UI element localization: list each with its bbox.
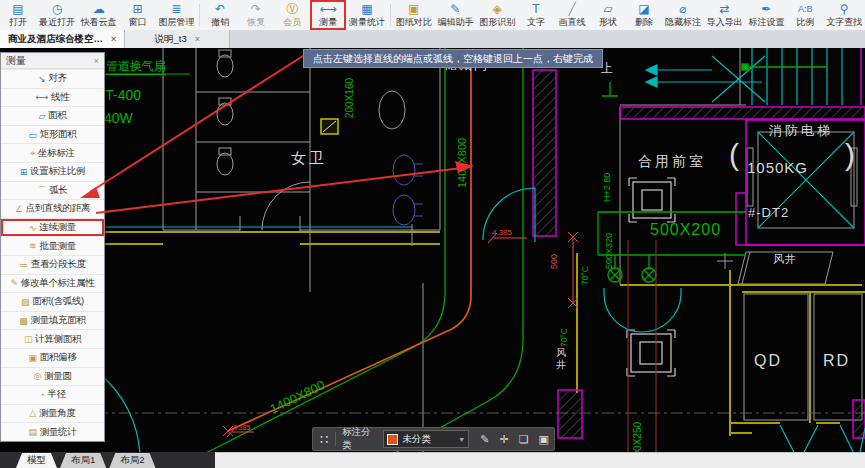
canvas-label: #-DT2 [748,206,789,219]
scale-setting-icon: ⊞ [20,167,27,177]
panel-item-label: 点到直线的距离 [26,202,90,215]
edit-annotation-prop-icon: ✎ [11,278,18,288]
toolbar-button-vip[interactable]: Ⓥ会员 [274,0,310,30]
toolbar-button-label: 画直线 [559,17,586,27]
toolbar-button-redo[interactable]: ↷恢复 [238,0,274,30]
canvas-label: 1050KG [747,160,808,175]
panel-item-arc-length[interactable]: ⌒弧长 [1,181,104,200]
panel-item-coordinate[interactable]: ⌖坐标标注 [1,143,104,162]
open-icon: ▤ [12,3,23,16]
panel-item-fill-area[interactable]: ▩测量填充面积 [1,311,104,330]
panel-item-edit-annotation-prop[interactable]: ✎修改单个标注属性 [1,274,104,293]
hide-annotation-icon: ⌀ [679,3,686,16]
panel-item-rect-area[interactable]: ▭矩形面积 [1,125,104,144]
grid-icon[interactable]: ∷ [313,432,335,447]
toolbar-button-label: 比例 [796,17,814,27]
edit-classification-icon[interactable]: ✎ [475,433,494,446]
toolbar-button-label: 形状 [599,17,617,27]
toolbar-button-erase[interactable]: ◪删除 [626,0,662,30]
panel-item-measure-angle[interactable]: △测量角度 [1,404,104,423]
toolbar-button-label: 删除 [635,17,653,27]
classification-color-swatch [387,434,398,445]
layout-tabbar: 模型布局1布局2 [0,452,215,468]
layers-icon: ≣ [171,3,181,16]
panel-item-radius[interactable]: ◔半径 [1,385,104,404]
horizontal-scrollbar[interactable] [215,452,865,468]
canvas-label: 消防电梯 [769,124,833,137]
toolbar-button-import-export[interactable]: ⇄导入导出 [704,0,746,30]
drawing-canvas[interactable]: 板管道换气扇PT-40040W女卫储藏间上合用前室消防电梯()1050KG#-D… [0,48,865,468]
toolbar-button-text[interactable]: T文字 [518,0,554,30]
measure-icon: ⟷ [320,3,337,16]
toolbar-button-drawing-compare[interactable]: ▣图纸对比 [393,0,435,30]
toolbar-button-shapes[interactable]: ▱形状 [590,0,626,30]
toolbar-button-recent[interactable]: ◷最近打开 [36,0,78,30]
panel-item-segment-length[interactable]: ≔查看分段长度 [1,255,104,274]
toolbar-button-hide-annotation[interactable]: ⌀隐藏标注 [662,0,704,30]
doc-tab-notes[interactable]: 说明_t3× [125,30,230,48]
radius-icon: ◔ [39,390,44,400]
panel-item-label: 测量圆 [44,370,72,383]
toolbar-button-draw-line[interactable]: ╱画直线 [554,0,590,30]
toolbar-button-text-search[interactable]: ⚲文字查找 [823,0,865,30]
shape-recognition-icon: ◈ [493,3,502,16]
layout-tab-layout1[interactable]: 布局1 [60,453,106,468]
toolbar-button-shape-recognition[interactable]: ◈图形识别 [476,0,518,30]
toolbar-button-layers[interactable]: ≣图层管理 [156,0,198,30]
panel-item-side-area[interactable]: ◫计算侧面积 [1,329,104,348]
panel-item-align[interactable]: ↘对齐 [1,69,104,88]
close-icon[interactable]: × [94,56,99,66]
panel-item-label: 面积偏移 [40,351,77,364]
toolbar-button-scale[interactable]: A:B比例 [787,0,823,30]
main-toolbar: ▤打开◷最近打开☁快看云盘⊞窗口≣图层管理↶撤销↷恢复Ⓥ会员⟷测量▦测量统计▣图… [0,0,865,31]
panel-item-continuous-measure[interactable]: ∿连续测量 [1,218,104,237]
toolbar-button-edit-assistant[interactable]: ✎编辑助手 [435,0,477,30]
toolbar-button-window[interactable]: ⊞窗口 [120,0,156,30]
doc-tab-drawing[interactable]: 商业及酒店综合楼空…× [0,30,125,48]
canvas-label: 风 [556,348,566,358]
panel-item-measure-circle[interactable]: ◎测量圆 [1,367,104,386]
canvas-label: RD [823,353,850,369]
merge-annotation-icon[interactable]: ▣ [534,433,554,446]
import-export-icon: ⇄ [720,3,730,16]
layout-tab-layout2[interactable]: 布局2 [109,453,155,468]
align-icon: ↘ [38,74,45,84]
panel-item-batch-measure[interactable]: ≋批量测量 [1,236,104,255]
close-tab-icon[interactable]: × [111,34,116,44]
measure-angle-icon: △ [29,408,36,418]
panel-item-label: 面积 [48,109,66,122]
panel-item-area-offset[interactable]: ▣面积偏移 [1,348,104,367]
toolbar-button-measure-stats[interactable]: ▦测量统计 [346,0,388,30]
close-tab-icon[interactable]: × [195,34,200,44]
draw-line-icon: ╱ [568,3,575,16]
panel-item-point-line-distance[interactable]: ∠点到直线的距离 [1,199,104,218]
layout-tab-model[interactable]: 模型 [16,453,57,468]
arc-length-icon: ⌒ [37,184,46,197]
canvas-label: 合用前室 [638,154,706,168]
move-annotation-icon[interactable]: ✛ [495,433,514,446]
measure-stats-icon: ▦ [361,3,372,16]
linear-icon: ⟷ [35,92,48,102]
canvas-label: 70°C [560,328,569,347]
panel-item-measure-stats[interactable]: ▤测量统计 [1,422,104,441]
copy-annotation-icon[interactable]: ❏ [514,433,534,446]
area-icon: ▱ [38,111,45,121]
panel-item-label: 测量统计 [40,426,77,439]
panel-item-scale-setting[interactable]: ⊞设置标注比例 [1,162,104,181]
toolbar-button-label: 会员 [283,17,301,27]
toolbar-button-annotation-settings[interactable]: ✒标注设置 [746,0,788,30]
measure-panel-header: 测量 × [1,53,104,69]
text-icon: T [532,3,539,16]
canvas-label: 4.385 [233,424,251,431]
toolbar-button-undo[interactable]: ↶撤销 [202,0,238,30]
panel-item-area[interactable]: ▱面积 [1,106,104,125]
toolbar-button-cloud[interactable]: ☁快看云盘 [78,0,120,30]
document-tabbar: 商业及酒店综合楼空…×说明_t3× [0,30,865,48]
panel-item-area-with-arc[interactable]: ▨面积(含弧线) [1,292,104,311]
walls-magenta [533,48,865,438]
classification-dropdown[interactable]: 未分类 ▼ [383,430,469,448]
toolbar-button-measure[interactable]: ⟷测量 [310,0,346,30]
shapes-icon: ▱ [603,3,612,16]
toolbar-button-open[interactable]: ▤打开 [0,0,36,30]
panel-item-linear[interactable]: ⟷线性 [1,88,104,107]
